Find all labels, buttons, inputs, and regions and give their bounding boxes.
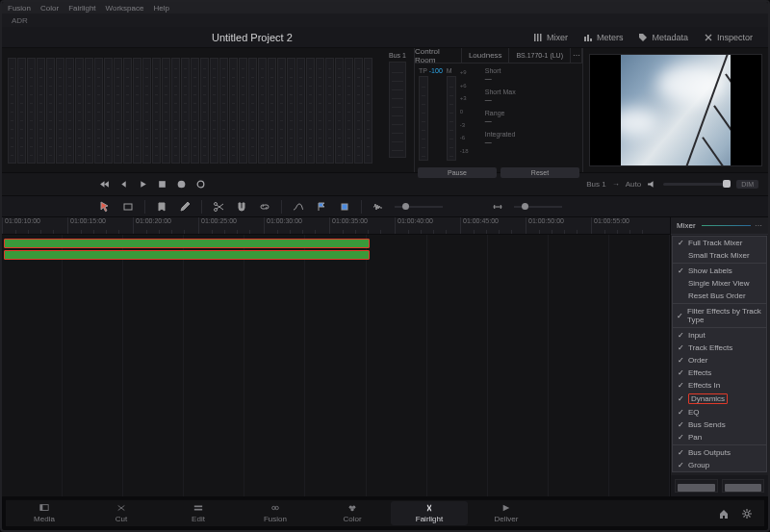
mixer-toggle[interactable]: Mixer [527,31,574,44]
loop-button[interactable] [194,179,206,190]
inspector-toggle[interactable]: Inspector [698,31,758,44]
mixer-fader[interactable] [675,479,718,493]
page-tab-label: Color [343,515,361,523]
volume-slider[interactable] [663,183,731,186]
page-tab-fusion[interactable]: Fusion [237,501,314,525]
tab-loudness[interactable]: Loudness [462,48,509,63]
loudness-menu[interactable]: ⋯ [571,48,582,63]
dim-button[interactable]: DIM [736,180,758,189]
marker-tool[interactable] [155,200,168,214]
flag-blue-2[interactable] [338,200,351,214]
timeline[interactable]: 01:00:10:0001:00:15:0001:00:20:0001:00:2… [2,217,670,496]
page-tab-cut[interactable]: Cut [83,501,160,525]
reset-button[interactable]: Reset [500,167,579,178]
ruler-tick[interactable]: 01:00:40:00 [395,217,460,234]
range-tool[interactable] [121,200,135,214]
menu-item-full-track-mixer[interactable]: ✓Full Track Mixer [673,237,766,249]
menu-item-bus-outputs[interactable]: ✓Bus Outputs [673,446,766,459]
monitor-bus[interactable]: Bus 1 [586,180,605,189]
menu-fairlight[interactable]: Fairlight [68,4,95,13]
magnet-tool[interactable] [235,200,248,214]
ruler-tick[interactable]: 01:00:55:00 [591,217,656,234]
marker-icon [156,201,167,213]
ruler-tick[interactable]: 01:00:50:00 [526,217,591,234]
menu-item-single-mixer-view[interactable]: Single Mixer View [673,277,766,290]
pencil-tool[interactable] [178,200,192,214]
cut-tool[interactable] [212,200,225,214]
slider-thumb[interactable] [522,203,528,210]
menu-item-reset-bus-order[interactable]: Reset Bus Order [673,290,766,302]
viewer-letterbox [590,55,621,165]
metadata-toggle[interactable]: Metadata [632,31,694,44]
menu-item-group[interactable]: ✓Group [673,459,766,471]
track-meter-slot [171,58,180,164]
ruler-tick[interactable]: 01:00:15:00 [67,217,133,234]
video-viewer[interactable] [589,54,762,166]
fader-cap[interactable] [678,484,715,492]
page-tab-color[interactable]: Color [314,501,391,525]
ruler-tick[interactable]: 01:00:10:00 [2,217,67,234]
pause-button[interactable]: Pause [418,167,497,178]
page-tab-deliver[interactable]: Deliver [468,501,545,525]
play-button[interactable] [137,179,148,190]
menu-item-effects-in[interactable]: ✓Effects In [673,379,766,392]
menu-item-track-effects[interactable]: ✓Track Effects [673,342,766,354]
adr-label[interactable]: ADR [12,16,28,25]
timeline-ruler[interactable]: 01:00:10:0001:00:15:0001:00:20:0001:00:2… [2,217,670,235]
ruler-tick[interactable]: 01:00:25:00 [198,217,264,234]
loudness-standard[interactable]: BS.1770-1 (LU) [509,48,571,63]
menu-item-small-track-mixer[interactable]: Small Track Mixer [673,249,766,262]
crossfade-tool[interactable] [292,200,305,214]
home-icon [718,508,730,519]
prev-button[interactable] [117,179,129,190]
page-tab-edit[interactable]: Edit [160,501,237,525]
menu-help[interactable]: Help [153,4,168,13]
menu-color[interactable]: Color [40,4,59,13]
menu-workspace[interactable]: Workspace [106,4,144,13]
slider-thumb[interactable] [402,203,409,210]
zoom-slider[interactable] [514,206,562,208]
fader-cap[interactable] [725,484,762,492]
flag-blue[interactable] [315,200,328,214]
timeline-tracks[interactable] [2,235,670,496]
tab-control-room[interactable]: Control Room [415,48,462,63]
zoom-waveform-slider[interactable] [395,206,443,208]
ruler-tick[interactable]: 01:00:35:00 [329,217,395,234]
mixer-options-button[interactable]: ⋯ [755,221,762,230]
home-button[interactable] [718,508,730,519]
svg-point-7 [177,181,185,189]
zoom-horizontal[interactable] [491,200,504,214]
menu-item-effects[interactable]: ✓Effects [673,367,766,379]
automation-mode[interactable]: Auto [626,180,641,189]
link-tool[interactable] [258,200,271,214]
menu-item-pan[interactable]: ✓Pan [673,431,766,443]
waveform-tool[interactable] [372,200,385,214]
menu-item-eq[interactable]: ✓EQ [673,406,766,418]
ruler-tick[interactable]: 01:00:30:00 [264,217,329,234]
svg-rect-5 [590,38,592,41]
track-meter-slot [287,58,295,164]
mixer-fader[interactable] [722,479,765,493]
ruler-tick[interactable]: 01:00:20:00 [133,217,198,234]
menu-item-show-labels[interactable]: ✓Show Labels [673,265,766,277]
menu-item-filter-effects-by-track-type[interactable]: ✓Filter Effects by Track Type [673,305,766,326]
ruler-time-label: 01:00:45:00 [463,217,499,224]
control-room-panel: Control Room Loudness BS.1770-1 (LU) ⋯ T… [415,48,583,172]
menu-item-order[interactable]: ✓Order [673,354,766,367]
menu-item-bus-sends[interactable]: ✓Bus Sends [673,418,766,431]
volume-thumb[interactable] [723,180,731,188]
rewind-button[interactable] [98,179,110,190]
ruler-tick[interactable]: 01:00:45:00 [460,217,526,234]
page-tab-media[interactable]: Media [6,501,83,525]
audio-clip[interactable] [4,239,370,248]
settings-button[interactable] [741,508,753,519]
menu-item-dynamics[interactable]: ✓Dynamics [673,392,766,406]
audio-clip[interactable] [4,250,370,260]
page-tab-fairlight[interactable]: Fairlight [391,501,468,525]
stop-button[interactable] [156,179,167,190]
menu-fusion[interactable]: Fusion [8,4,31,13]
meters-toggle[interactable]: Meters [578,31,629,44]
record-button[interactable] [175,179,187,190]
menu-item-input[interactable]: ✓Input [673,329,766,342]
pointer-tool[interactable] [98,200,112,214]
